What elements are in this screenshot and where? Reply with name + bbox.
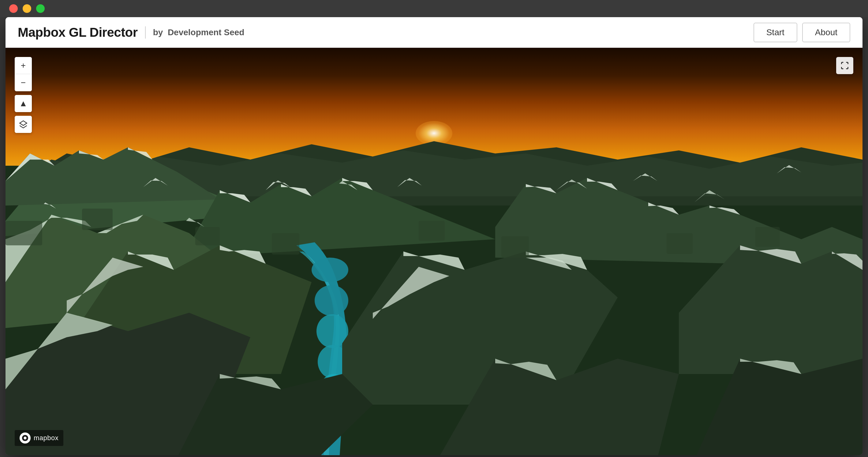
mapbox-logo-icon	[20, 432, 31, 444]
svg-point-24	[312, 258, 348, 282]
header-buttons: Start About	[753, 23, 850, 42]
svg-point-65	[24, 436, 26, 439]
layers-control	[15, 116, 32, 133]
window-controls	[9, 4, 45, 13]
start-button[interactable]: Start	[753, 23, 797, 42]
map-controls: + − ▲	[15, 57, 32, 133]
app-subtitle: by Development Seed	[153, 28, 245, 37]
svg-rect-60	[501, 236, 529, 258]
fullscreen-button[interactable]	[836, 57, 853, 74]
app-header: Mapbox GL Director by Development Seed S…	[5, 17, 863, 48]
app-window: Mapbox GL Director by Development Seed S…	[5, 17, 863, 455]
terrain-svg	[5, 48, 863, 455]
map-container[interactable]: + − ▲	[5, 48, 863, 455]
svg-rect-61	[666, 233, 693, 254]
titlebar	[0, 0, 868, 17]
svg-marker-63	[20, 121, 27, 125]
svg-point-25	[315, 285, 348, 316]
zoom-out-button[interactable]: −	[15, 74, 32, 91]
about-button[interactable]: About	[802, 23, 850, 42]
subtitle-prefix: by	[153, 28, 163, 37]
close-button[interactable]	[9, 4, 18, 13]
zoom-controls: + −	[15, 57, 32, 91]
svg-rect-57	[195, 227, 220, 245]
svg-rect-55	[5, 221, 42, 245]
svg-rect-59	[419, 221, 445, 241]
terrain-scene: + − ▲	[5, 48, 863, 455]
svg-rect-56	[82, 208, 113, 230]
maximize-button[interactable]	[36, 4, 45, 13]
minimize-button[interactable]	[23, 4, 31, 13]
subtitle-company: Development Seed	[168, 28, 245, 37]
layers-button[interactable]	[15, 116, 32, 133]
compass-control: ▲	[15, 95, 32, 112]
title-divider	[145, 26, 146, 38]
compass-button[interactable]: ▲	[15, 95, 32, 112]
zoom-in-button[interactable]: +	[15, 57, 32, 74]
mapbox-logo-text: mapbox	[34, 434, 58, 442]
app-title: Mapbox GL Director	[18, 25, 138, 40]
mapbox-logo: mapbox	[15, 430, 63, 446]
title-group: Mapbox GL Director by Development Seed	[18, 25, 753, 40]
svg-rect-58	[272, 233, 299, 255]
svg-rect-62	[755, 227, 780, 247]
